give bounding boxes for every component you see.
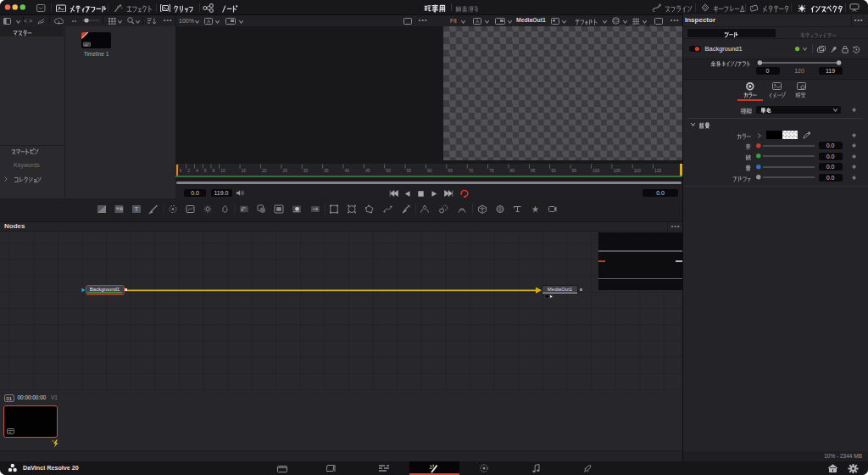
svg-text:35: 35 [324,168,329,173]
svg-text:75: 75 [489,168,494,173]
svg-text:A: A [476,19,479,24]
svg-text:T: T [135,206,139,212]
svg-text:95: 95 [572,168,577,173]
svg-text:30: 30 [303,168,309,173]
svg-text:65: 65 [448,168,453,173]
svg-text:45: 45 [365,168,370,173]
svg-text:10: 10 [220,168,225,173]
svg-text:105: 105 [613,168,620,173]
svg-text:100: 100 [593,168,600,173]
svg-text:80: 80 [510,168,515,173]
svg-text:110: 110 [634,168,641,173]
svg-text:0: 0 [180,168,182,173]
svg-text:70: 70 [469,168,474,173]
svg-text:115: 115 [654,168,661,173]
svg-text:50: 50 [386,168,391,173]
svg-text:4: 4 [196,168,198,173]
svg-text:55: 55 [407,168,412,173]
svg-text:85: 85 [531,168,536,173]
svg-text:60: 60 [427,168,432,173]
svg-text:90: 90 [551,168,556,173]
svg-text:A: A [207,19,210,24]
svg-text:2: 2 [187,168,190,173]
svg-text:20: 20 [262,168,267,173]
svg-text:6: 6 [204,168,207,173]
svg-text:15: 15 [242,168,247,173]
svg-text:40: 40 [345,168,350,173]
svg-text:8: 8 [213,168,215,173]
svg-text:25: 25 [282,168,287,173]
